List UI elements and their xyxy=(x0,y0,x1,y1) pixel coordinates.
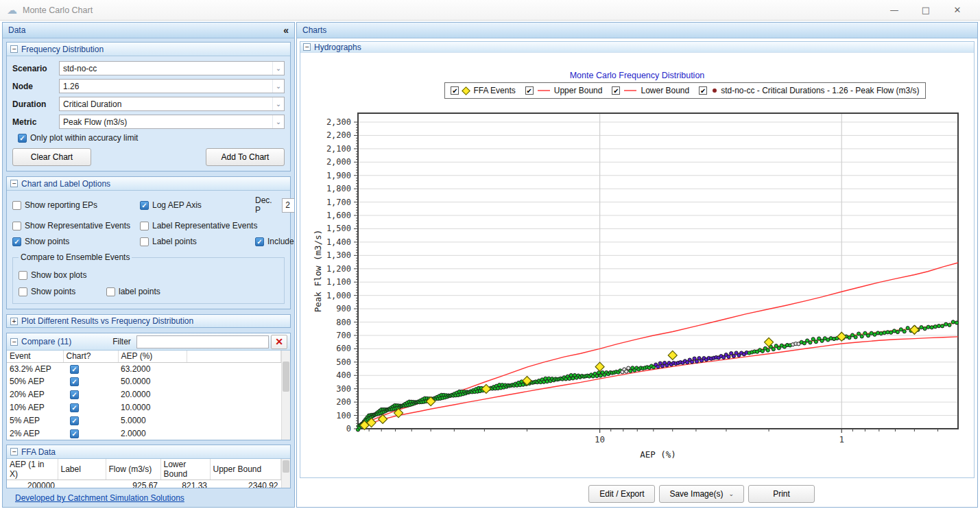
chevron-down-icon[interactable]: ⌄ xyxy=(272,62,284,75)
chevron-down-icon[interactable]: ⌄ xyxy=(272,97,284,110)
compare-col-aep[interactable]: AEP (%) xyxy=(118,351,187,362)
collapse-minus-icon[interactable]: − xyxy=(303,43,311,51)
show-box-plots-option[interactable]: Show box plots xyxy=(19,270,278,280)
row-chart-checkbox[interactable] xyxy=(70,390,79,399)
label-points-option[interactable]: Label points xyxy=(140,237,255,246)
hydrographs-header[interactable]: − Hydrographs xyxy=(300,42,974,53)
clear-chart-button[interactable]: Clear Chart xyxy=(12,148,91,166)
close-button[interactable]: ✕ xyxy=(942,1,973,20)
chevron-down-icon[interactable]: ⌄ xyxy=(272,80,284,93)
include-ffa-option[interactable]: Include FFA xyxy=(255,237,294,246)
ffa-col-aep[interactable]: AEP (1 in X) xyxy=(7,459,58,480)
ensemble-label-points-option[interactable]: label points xyxy=(106,287,278,296)
log-aep-axis-option[interactable]: Log AEP Axis xyxy=(140,196,255,215)
compare-col-event[interactable]: Event xyxy=(7,351,63,362)
ffa-table: AEP (1 in X) Label Flow (m3/s) Lower Bou… xyxy=(7,459,281,488)
developer-link[interactable]: Developed by Catchment Simulation Soluti… xyxy=(15,493,184,503)
ensemble-show-points-checkbox[interactable] xyxy=(19,287,27,296)
accuracy-limit-checkbox-row[interactable]: Only plot within accuracy limit xyxy=(18,133,285,143)
compare-scrollbar-thumb[interactable] xyxy=(283,362,289,392)
collapse-minus-icon[interactable]: − xyxy=(10,448,18,455)
legend-checkbox[interactable] xyxy=(699,86,707,95)
label-representative-option[interactable]: Label Representative Events xyxy=(140,221,255,230)
show-representative-checkbox[interactable] xyxy=(12,222,21,230)
svg-text:1,200: 1,200 xyxy=(326,264,351,274)
accuracy-limit-checkbox[interactable] xyxy=(18,134,27,143)
legend-item: FFA Events xyxy=(451,86,515,95)
row-chart-checkbox[interactable] xyxy=(70,403,79,412)
compare-table-row[interactable]: 50% AEP 50.0000 xyxy=(7,375,281,388)
duration-select[interactable]: Critical Duration ⌄ xyxy=(59,97,285,111)
log-aep-axis-checkbox[interactable] xyxy=(140,201,149,210)
ffa-col-lower[interactable]: Lower Bound xyxy=(160,459,210,480)
filter-input[interactable] xyxy=(136,335,269,348)
plot-results-section-header[interactable]: + Plot Different Results vs Frequency Di… xyxy=(6,314,291,328)
row-chart-checkbox[interactable] xyxy=(70,365,79,374)
legend-checkbox[interactable] xyxy=(612,86,620,95)
maximize-button[interactable]: □ xyxy=(910,1,942,20)
ffa-scrollbar-thumb[interactable] xyxy=(283,460,289,473)
ffa-col-flow[interactable]: Flow (m3/s) xyxy=(106,459,160,480)
svg-text:400: 400 xyxy=(336,370,351,380)
ffa-col-upper[interactable]: Upper Bound xyxy=(210,459,281,480)
show-reporting-eps-checkbox[interactable] xyxy=(12,201,21,210)
show-reporting-eps-option[interactable]: Show reporting EPs xyxy=(12,196,140,215)
ensemble-show-points-option[interactable]: Show points xyxy=(19,287,106,296)
expand-plus-icon[interactable]: + xyxy=(10,318,18,325)
add-to-chart-button[interactable]: Add To Chart xyxy=(206,148,285,166)
minimize-button[interactable]: — xyxy=(879,1,910,20)
collapse-panel-icon[interactable]: « xyxy=(283,25,289,36)
svg-text:100: 100 xyxy=(336,411,351,421)
compare-table-row[interactable]: 5% AEP 5.0000 xyxy=(7,414,281,427)
scenario-label: Scenario xyxy=(12,64,59,73)
ffa-col-label[interactable]: Label xyxy=(58,459,106,480)
scenario-select[interactable]: std-no-cc ⌄ xyxy=(59,61,285,75)
metric-select[interactable]: Peak Flow (m3/s) ⌄ xyxy=(59,115,285,129)
ffa-scrollbar[interactable] xyxy=(281,459,290,488)
dec-p-spinner[interactable]: 2 ▲▼ xyxy=(282,198,294,213)
save-images-button[interactable]: Save Image(s) ⌄ xyxy=(659,485,744,503)
collapse-minus-icon[interactable]: − xyxy=(10,45,18,53)
legend-checkbox[interactable] xyxy=(525,86,534,95)
label-points-checkbox[interactable] xyxy=(140,237,149,246)
ffa-table-row[interactable]: 200000925.67821.332340.92 xyxy=(7,480,281,488)
frequency-distribution-body: Scenario std-no-cc ⌄ Node 1.26 ⌄ xyxy=(7,56,290,171)
yellow-diamond-icon xyxy=(462,86,471,95)
collapse-minus-icon[interactable]: − xyxy=(10,338,18,346)
label-representative-checkbox[interactable] xyxy=(140,222,149,230)
show-points-option[interactable]: Show points xyxy=(12,237,140,246)
compare-table-header-row: Event Chart? AEP (%) xyxy=(7,351,281,362)
svg-text:1,400: 1,400 xyxy=(326,237,351,247)
show-points-checkbox[interactable] xyxy=(12,237,21,246)
app-icon: ☁ xyxy=(7,4,17,16)
include-ffa-checkbox[interactable] xyxy=(255,237,264,246)
show-box-plots-checkbox[interactable] xyxy=(19,271,27,280)
compare-table-row[interactable]: 10% AEP 10.0000 xyxy=(7,401,281,414)
edit-export-button[interactable]: Edit / Export xyxy=(588,485,655,503)
compare-table-row[interactable]: 20% AEP 20.0000 xyxy=(7,388,281,401)
compare-table-row[interactable]: 2% AEP 2.0000 xyxy=(7,427,281,440)
ensemble-label-points-checkbox[interactable] xyxy=(106,287,115,296)
dec-p-field: Dec. P 2 ▲▼ xyxy=(255,196,294,215)
node-select[interactable]: 1.26 ⌄ xyxy=(59,79,285,93)
svg-text:Peak Flow (m3/s): Peak Flow (m3/s) xyxy=(313,230,323,312)
chart-options-header[interactable]: − Chart and Label Options xyxy=(7,177,290,191)
clear-filter-button[interactable]: ✕ xyxy=(271,335,287,349)
show-representative-option[interactable]: Show Representative Events xyxy=(12,221,140,230)
svg-text:1,700: 1,700 xyxy=(326,198,351,207)
collapse-minus-icon[interactable]: − xyxy=(10,180,18,187)
row-chart-checkbox[interactable] xyxy=(70,429,79,438)
ffa-data-header[interactable]: − FFA Data xyxy=(7,445,290,459)
charts-panel-title: Charts xyxy=(302,25,326,35)
compare-scrollbar[interactable] xyxy=(281,351,290,440)
row-chart-checkbox[interactable] xyxy=(70,377,79,386)
chevron-down-icon[interactable]: ⌄ xyxy=(272,115,284,128)
series-ffa-events xyxy=(360,325,919,429)
frequency-distribution-header[interactable]: − Frequency Distribution xyxy=(7,43,290,56)
compare-col-chart[interactable]: Chart? xyxy=(63,351,118,362)
legend-checkbox[interactable] xyxy=(451,86,459,95)
chart-options-body: Show reporting EPs Log AEP Axis Dec. P 2… xyxy=(7,191,290,309)
print-button[interactable]: Print xyxy=(748,485,815,503)
compare-table-row[interactable]: 63.2% AEP 63.2000 xyxy=(7,362,281,375)
row-chart-checkbox[interactable] xyxy=(70,416,79,425)
